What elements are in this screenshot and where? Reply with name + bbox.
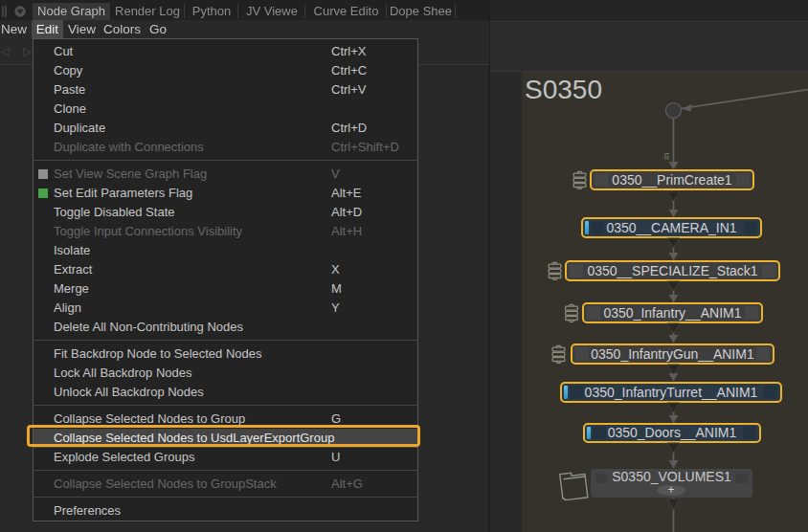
svg-text:in: in — [661, 153, 671, 160]
